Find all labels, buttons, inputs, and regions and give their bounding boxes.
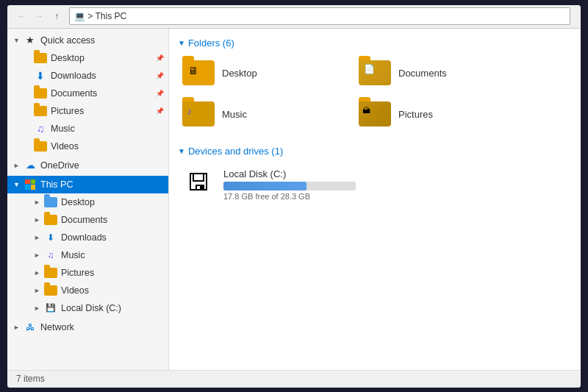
sidebar-item-videos-pc[interactable]: ► Videos (7, 282, 168, 299)
big-folder-icon-pictures: 🏔 (359, 101, 391, 128)
downloads-pc-label: Downloads (61, 232, 164, 243)
sidebar-item-onedrive[interactable]: ► ☁ OneDrive (7, 157, 168, 174)
chevron-down-icon-devices: ▼ (178, 147, 185, 155)
folder-videos-pc-icon (44, 284, 57, 297)
folder-item-pictures[interactable]: 🏔 Pictures (354, 97, 516, 132)
drive-bar-fill (223, 182, 306, 190)
pictures-qa-label: Pictures (51, 106, 153, 116)
expand-arrow-pc-disk: ► (34, 304, 43, 312)
drive-icon-container: 🖫 (182, 168, 215, 198)
drive-info: Local Disk (C:) 17.8 GB free of 28.3 GB (223, 168, 379, 201)
sidebar-item-pictures-pc[interactable]: ► Pictures (7, 264, 168, 282)
thispc-section: ▼ This PC ► Desktop ► (7, 176, 168, 317)
folders-header-text: Folders (6) (188, 38, 234, 49)
download-icon: ⬇ (34, 69, 47, 82)
folder-name-documents: Documents (398, 68, 447, 79)
thispc-icon (24, 178, 37, 191)
expand-arrow-onedrive: ► (13, 162, 22, 169)
sidebar-item-videos-qa[interactable]: Videos (7, 138, 168, 155)
folder-docs-icon (34, 87, 47, 100)
thispc-label: This PC (40, 179, 164, 190)
documents-qa-label: Documents (51, 88, 153, 99)
videos-qa-label: Videos (51, 141, 164, 152)
forward-button[interactable]: → (31, 8, 47, 24)
content-area: ▼ Folders (6) 🖥 Desktop (169, 29, 581, 370)
up-button[interactable]: ↑ (49, 8, 65, 24)
pictures-folder-overlay: 🏔 (362, 106, 370, 115)
folder-pictures-pc-icon (44, 266, 57, 279)
music-pc-label: Music (61, 250, 164, 260)
breadcrumb-text: 💻 > This PC (74, 11, 126, 21)
expand-arrow-quickaccess: ▼ (13, 37, 22, 44)
chevron-down-icon: ▼ (178, 39, 185, 47)
desktop-pc-label: Desktop (61, 197, 164, 207)
expand-arrow-pc-pictures: ► (34, 269, 43, 277)
sidebar-item-desktop-pc[interactable]: ► Desktop (7, 193, 168, 211)
expand-arrow-thispc: ▼ (13, 181, 22, 188)
folder-name-music: Music (222, 109, 247, 120)
sidebar-item-quickaccess[interactable]: ▼ ★ Quick access (7, 32, 168, 49)
big-folder-icon-music: ♪ (182, 101, 215, 128)
pin-icon-downloads: 📌 (156, 72, 164, 79)
desktop-folder-overlay: 🖥 (188, 65, 198, 76)
music-folder-overlay: ♪ (187, 105, 192, 117)
expand-arrow-pc-desktop: ► (34, 199, 43, 206)
downloads-qa-label: Downloads (51, 71, 153, 81)
sidebar: ▼ ★ Quick access Desktop 📌 ⬇ (7, 29, 169, 370)
star-icon: ★ (24, 34, 37, 47)
titlebar: ← → ↑ 💻 > This PC (7, 5, 581, 29)
sidebar-item-thispc[interactable]: ▼ This PC (7, 176, 168, 193)
videos-pc-label: Videos (61, 285, 164, 296)
folder-desktop-pc-icon (44, 196, 57, 209)
localdisk-pc-label: Local Disk (C:) (61, 303, 164, 313)
sidebar-item-music-pc[interactable]: ► ♫ Music (7, 246, 168, 264)
expand-arrow-pc-music: ► (34, 252, 43, 259)
big-folder-icon-desktop: 🖥 (182, 60, 215, 87)
sidebar-item-music-qa[interactable]: ♫ Music (7, 120, 168, 138)
drive-item-c[interactable]: 🖫 Local Disk (C:) 17.8 GB free of 28.3 G… (178, 164, 384, 205)
sidebar-item-desktop-qa[interactable]: Desktop 📌 (7, 49, 168, 67)
sidebar-item-network[interactable]: ► 🖧 Network (7, 318, 168, 336)
pin-icon: 📌 (156, 54, 164, 62)
monitor-frame: ← → ↑ 💻 > This PC ▼ ★ Quick access (7, 5, 581, 388)
folder-item-desktop[interactable]: 🖥 Desktop (178, 56, 340, 91)
status-count: 7 items (16, 374, 45, 384)
sidebar-item-documents-qa[interactable]: Documents 📌 (7, 85, 168, 102)
sidebar-item-downloads-pc[interactable]: ► ⬇ Downloads (7, 229, 168, 246)
onedrive-section: ► ☁ OneDrive (7, 157, 168, 174)
network-section: ► 🖧 Network (7, 318, 168, 336)
quick-access-section: ▼ ★ Quick access Desktop 📌 ⬇ (7, 32, 168, 155)
disk-icon: 💾 (44, 302, 57, 315)
folder-item-music[interactable]: ♪ Music (178, 97, 340, 132)
folder-docs-pc-icon (44, 213, 57, 227)
drive-space-c: 17.8 GB free of 28.3 GB (223, 192, 379, 201)
folder-name-desktop: Desktop (222, 68, 257, 79)
drive-bar-container (223, 182, 356, 190)
sidebar-item-localdisk-pc[interactable]: ► 💾 Local Disk (C:) (7, 299, 168, 317)
drive-disk-icon: 🖫 (187, 169, 210, 196)
devices-section-header[interactable]: ▼ Devices and drives (1) (178, 146, 572, 157)
music-icon: ♫ (34, 122, 47, 135)
sidebar-item-documents-pc[interactable]: ► Documents (7, 211, 168, 229)
back-button[interactable]: ← (13, 8, 29, 24)
devices-header-text: Devices and drives (1) (188, 146, 283, 157)
music-qa-label: Music (51, 124, 164, 134)
onedrive-icon: ☁ (24, 159, 37, 172)
sidebar-item-pictures-qa[interactable]: Pictures 📌 (7, 102, 168, 120)
download-pc-icon: ⬇ (44, 231, 57, 244)
big-folder-icon-documents: 📄 (359, 60, 391, 87)
documents-folder-overlay: 📄 (364, 64, 375, 74)
folder-name-pictures: Pictures (398, 109, 433, 120)
folder-item-documents[interactable]: 📄 Documents (354, 56, 516, 91)
drive-name-c: Local Disk (C:) (223, 168, 379, 179)
sidebar-item-downloads-qa[interactable]: ⬇ Downloads 📌 (7, 67, 168, 85)
pin-icon-pictures: 📌 (156, 107, 164, 115)
network-label: Network (40, 322, 164, 332)
folders-section-header[interactable]: ▼ Folders (6) (178, 38, 572, 49)
quick-access-label: Quick access (40, 35, 164, 46)
breadcrumb[interactable]: 💻 > This PC (69, 7, 570, 25)
statusbar: 7 items (7, 370, 581, 388)
nav-buttons: ← → ↑ (13, 8, 65, 24)
pin-icon-documents: 📌 (156, 90, 164, 97)
folder-desktop-icon (34, 51, 47, 65)
